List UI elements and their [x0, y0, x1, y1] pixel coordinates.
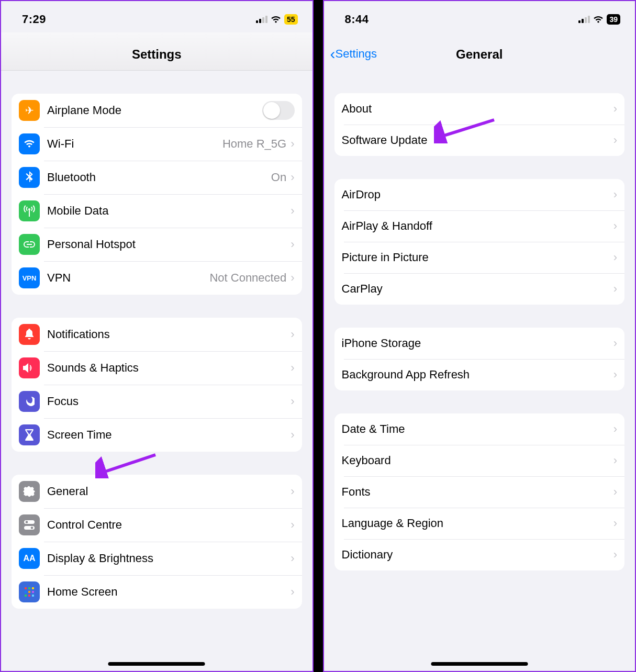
status-time: 8:44	[345, 13, 369, 26]
chevron-right-icon: ›	[291, 428, 294, 442]
aa-icon: AA	[19, 548, 40, 569]
svg-rect-7	[25, 591, 27, 593]
row-bluetooth[interactable]: Bluetooth On ›	[12, 161, 302, 194]
chevron-right-icon: ›	[291, 328, 294, 341]
row-wifi[interactable]: Wi-Fi Home R_5G ›	[12, 127, 302, 161]
row-home-screen[interactable]: Home Screen ›	[12, 575, 302, 609]
cellular-icon	[256, 16, 267, 23]
chevron-right-icon: ›	[613, 454, 617, 467]
airplane-toggle[interactable]	[262, 101, 295, 120]
row-label: Airplane Mode	[47, 104, 262, 117]
row-control-centre[interactable]: Control Centre ›	[12, 508, 302, 542]
hourglass-icon	[19, 424, 40, 445]
row-mobile-data[interactable]: Mobile Data ›	[12, 194, 302, 228]
chevron-right-icon: ›	[613, 485, 617, 499]
row-general[interactable]: General ›	[12, 475, 302, 508]
row-label: Personal Hotspot	[47, 238, 291, 251]
row-storage[interactable]: iPhone Storage ›	[334, 328, 625, 359]
row-language[interactable]: Language & Region ›	[334, 508, 625, 539]
page-title: General	[334, 47, 625, 62]
row-dictionary[interactable]: Dictionary ›	[334, 539, 625, 570]
wifi-icon	[593, 16, 604, 24]
row-label: Wi-Fi	[47, 137, 222, 151]
row-label: Control Centre	[47, 518, 291, 532]
link-icon	[19, 234, 40, 255]
row-label: Mobile Data	[47, 204, 291, 218]
svg-rect-4	[25, 587, 27, 589]
row-airplane-mode[interactable]: ✈︎ Airplane Mode	[12, 94, 302, 127]
chevron-right-icon: ›	[613, 517, 617, 530]
chevron-right-icon: ›	[613, 133, 617, 147]
row-date-time[interactable]: Date & Time ›	[334, 413, 625, 445]
row-personal-hotspot[interactable]: Personal Hotspot ›	[12, 228, 302, 261]
general-group-sharing: AirDrop › AirPlay & Handoff › Picture in…	[334, 179, 625, 305]
chevron-right-icon: ›	[291, 518, 294, 532]
chevron-right-icon: ›	[291, 271, 294, 285]
row-carplay[interactable]: CarPlay ›	[334, 273, 625, 305]
chevron-right-icon: ›	[291, 238, 294, 251]
row-focus[interactable]: Focus ›	[12, 385, 302, 418]
gear-icon	[19, 481, 40, 502]
chevron-right-icon: ›	[291, 395, 294, 408]
row-label: Notifications	[47, 328, 291, 341]
chevron-right-icon: ›	[291, 137, 294, 151]
back-button[interactable]: ‹ Settings	[330, 46, 377, 62]
row-label: About	[342, 102, 613, 116]
chevron-right-icon: ›	[613, 337, 617, 350]
home-indicator[interactable]	[431, 662, 528, 666]
row-vpn[interactable]: VPN VPN Not Connected ›	[12, 261, 302, 295]
svg-rect-10	[25, 595, 27, 597]
row-fonts[interactable]: Fonts ›	[334, 476, 625, 508]
moon-icon	[19, 391, 40, 412]
row-label: VPN	[47, 271, 209, 285]
status-bar: 8:44 39	[324, 1, 635, 32]
row-label: Language & Region	[342, 517, 613, 530]
nav-bar: Settings	[1, 32, 313, 71]
row-label: Bluetooth	[47, 171, 271, 184]
row-pip[interactable]: Picture in Picture ›	[334, 242, 625, 273]
row-display[interactable]: AA Display & Brightness ›	[12, 542, 302, 575]
speaker-icon	[19, 357, 40, 378]
row-screen-time[interactable]: Screen Time ›	[12, 418, 302, 452]
wifi-icon	[271, 16, 281, 24]
row-bg-refresh[interactable]: Background App Refresh ›	[334, 359, 625, 390]
chevron-right-icon: ›	[613, 548, 617, 562]
row-airdrop[interactable]: AirDrop ›	[334, 179, 625, 210]
row-label: Dictionary	[342, 548, 613, 562]
chevron-right-icon: ›	[613, 102, 617, 116]
row-about[interactable]: About ›	[334, 93, 625, 125]
row-software-update[interactable]: Software Update ›	[334, 125, 625, 156]
row-label: Background App Refresh	[342, 368, 613, 382]
row-label: Display & Brightness	[47, 552, 291, 565]
row-label: Keyboard	[342, 454, 613, 467]
row-airplay[interactable]: AirPlay & Handoff ›	[334, 210, 625, 242]
row-value: On	[271, 171, 286, 184]
row-label: Picture in Picture	[342, 251, 613, 264]
page-title: Settings	[12, 47, 302, 62]
settings-group-system: General › Control Centre › AA Display & …	[12, 475, 302, 609]
row-sounds[interactable]: Sounds & Haptics ›	[12, 351, 302, 385]
chevron-right-icon: ›	[613, 188, 617, 201]
home-indicator[interactable]	[108, 662, 205, 666]
svg-rect-11	[28, 595, 30, 597]
row-label: Sounds & Haptics	[47, 361, 291, 375]
row-label: AirDrop	[342, 188, 613, 201]
row-value: Home R_5G	[222, 137, 286, 151]
chevron-right-icon: ›	[291, 552, 294, 565]
nav-bar: ‹ Settings General	[324, 32, 635, 70]
row-label: Software Update	[342, 133, 613, 147]
general-screen: 8:44 39 ‹ Settings General About › Softw	[323, 0, 637, 672]
row-label: AirPlay & Handoff	[342, 219, 613, 233]
row-label: Home Screen	[47, 585, 291, 599]
row-keyboard[interactable]: Keyboard ›	[334, 445, 625, 476]
row-label: CarPlay	[342, 282, 613, 296]
antenna-icon	[19, 200, 40, 221]
svg-rect-8	[28, 591, 30, 593]
bell-icon	[19, 324, 40, 345]
row-notifications[interactable]: Notifications ›	[12, 318, 302, 351]
back-label: Settings	[336, 47, 377, 61]
chevron-right-icon: ›	[613, 219, 617, 233]
general-group-about: About › Software Update ›	[334, 93, 625, 156]
vpn-icon: VPN	[19, 267, 40, 288]
apps-grid-icon	[19, 581, 40, 602]
